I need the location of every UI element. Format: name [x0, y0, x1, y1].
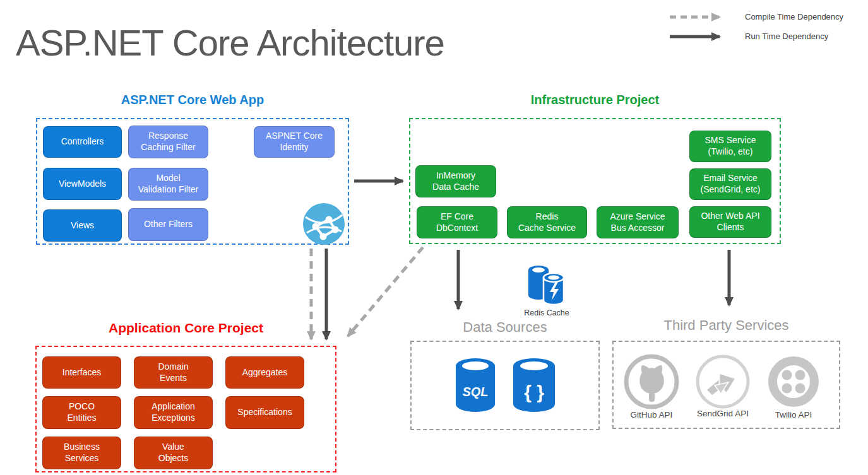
redis-cache-icon	[528, 265, 566, 307]
webapp-box-views: Views	[43, 209, 122, 242]
nosql-database-icon: { }	[513, 358, 555, 413]
box-label: EF Core	[441, 211, 473, 223]
box-label: DbContext	[436, 223, 478, 234]
appcore-box-domain-events: DomainEvents	[134, 356, 213, 389]
box-label: ViewModels	[59, 179, 106, 190]
box-label: Value	[162, 442, 184, 453]
box-label: Cache Service	[518, 223, 576, 234]
box-label: Interfaces	[62, 367, 101, 378]
box-label: Controllers	[61, 136, 104, 148]
appcore-box-poco-entities: POCOEntities	[42, 396, 121, 429]
box-label: Entities	[68, 413, 97, 424]
box-label: Redis	[536, 211, 559, 223]
box-label: InMemory	[436, 170, 475, 182]
legend-run-label: Run Time Dependency	[745, 32, 828, 41]
box-label: Domain	[158, 361, 188, 373]
infra-box-inmemory-data-cache: InMemoryData Cache	[415, 165, 496, 197]
webapp-heading: ASP.NET Core Web App	[36, 93, 349, 107]
appcore-box-specifications: Specifications	[225, 396, 304, 429]
box-label: SMS Service	[705, 135, 756, 146]
box-label: Identity	[280, 142, 308, 153]
appcore-box-aggregates: Aggregates	[225, 356, 304, 389]
box-label: Data Cache	[432, 182, 479, 193]
webapp-box-controllers: Controllers	[43, 126, 122, 158]
twilio-api-label: Twilio API	[759, 410, 828, 419]
sql-database-icon: SQL	[456, 358, 495, 413]
box-label: Objects	[158, 453, 188, 464]
nosql-braces-label: { }	[524, 382, 544, 402]
webapp-box-aspnet-core-identity: ASPNET CoreIdentity	[254, 126, 335, 158]
box-label: Application	[152, 401, 195, 413]
box-label: (Twilio, etc)	[708, 146, 753, 158]
webapp-box-response-caching-filter: ResponseCaching Filter	[128, 126, 208, 158]
github-icon	[624, 354, 679, 409]
box-label: (SendGrid, etc)	[701, 184, 761, 196]
page-title: ASP.NET Core Architecture	[16, 21, 444, 64]
appcore-box-value-objects: ValueObjects	[134, 437, 213, 469]
box-label: Events	[160, 373, 187, 384]
legend-compile-label: Compile Time Dependency	[745, 12, 843, 21]
box-label: Aggregates	[242, 367, 288, 378]
redis-cache-label: Redis Cache	[515, 308, 578, 317]
infrastructure-heading: Infrastructure Project	[409, 93, 781, 107]
appcore-box-business-services: BusinessServices	[42, 437, 121, 469]
aspnet-core-globe-icon	[303, 203, 345, 245]
box-label: POCO	[69, 401, 95, 413]
box-label: Business	[64, 442, 100, 453]
box-label: Other Web API	[701, 211, 759, 222]
sendgrid-icon	[695, 354, 751, 409]
box-label: Views	[71, 220, 94, 232]
application-core-heading: Application Core Project	[35, 320, 336, 336]
box-label: Clients	[717, 222, 744, 233]
appcore-box-interfaces: Interfaces	[42, 356, 121, 389]
box-label: Services	[65, 453, 99, 464]
box-label: Exceptions	[152, 413, 194, 424]
box-label: Response	[148, 131, 188, 142]
sql-label: SQL	[462, 385, 488, 399]
third-party-heading: Third Party Services	[612, 317, 840, 334]
infra-box-email-service: Email Service(SendGrid, etc)	[689, 168, 771, 200]
box-label: Caching Filter	[141, 142, 195, 153]
box-label: Azure Service	[610, 211, 665, 223]
architecture-diagram: ASP.NET Core Architecture Compile Time D…	[0, 0, 868, 475]
data-sources-region-border	[410, 341, 600, 430]
appcore-box-application-exceptions: ApplicationExceptions	[134, 396, 213, 429]
box-label: Email Service	[703, 173, 758, 184]
webapp-box-model-validation-filter: ModelValidation Filter	[128, 168, 208, 201]
box-label: ASPNET Core	[266, 131, 323, 142]
infra-box-redis-cache-service: RedisCache Service	[507, 206, 587, 238]
box-label: Bus Accessor	[611, 223, 665, 234]
infra-box-sms-service: SMS Service(Twilio, etc)	[689, 131, 771, 162]
data-sources-heading: Data Sources	[410, 319, 600, 336]
infra-box-ef-core-dbcontext: EF CoreDbContext	[417, 206, 497, 238]
box-label: Validation Filter	[138, 184, 198, 196]
github-api-label: GitHub API	[617, 410, 686, 419]
box-label: Specifications	[237, 407, 292, 418]
twilio-icon	[766, 354, 821, 409]
box-label: Model	[156, 173, 180, 184]
sendgrid-api-label: SendGrid API	[688, 409, 758, 418]
webapp-box-other-filters: Other Filters	[128, 208, 208, 241]
webapp-box-viewmodels: ViewModels	[43, 168, 122, 200]
infra-box-azure-service-bus-accessor: Azure ServiceBus Accessor	[597, 206, 679, 238]
infra-box-other-web-api-clients: Other Web APIClients	[689, 206, 771, 238]
box-label: Other Filters	[144, 219, 193, 230]
